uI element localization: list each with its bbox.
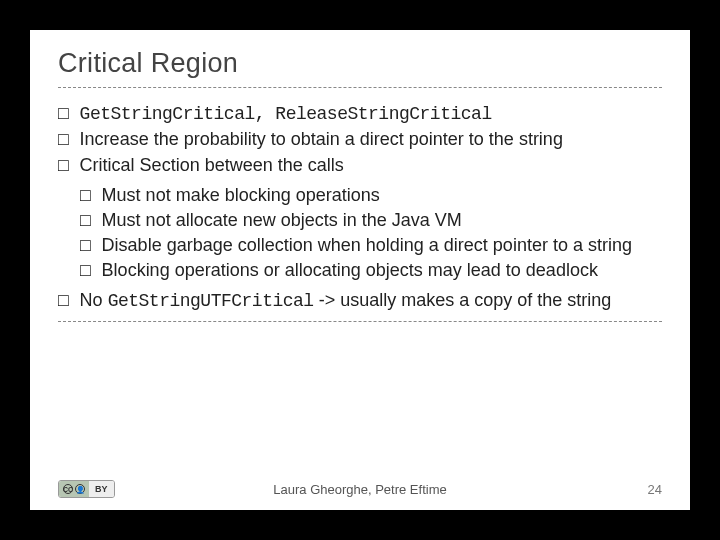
bullet-4-pre: No: [80, 290, 108, 310]
page-number: 24: [648, 482, 662, 497]
sub-bullet-3: Disable garbage collection when holding …: [80, 234, 662, 258]
footer-authors: Laura Gheorghe, Petre Eftime: [58, 482, 662, 497]
bullet-1-code: GetStringCritical, ReleaseStringCritical: [80, 104, 492, 124]
sub-bullet-4: Blocking operations or allocating object…: [80, 259, 662, 283]
bullet-2: Increase the probability to obtain a dir…: [58, 128, 662, 152]
footer: CC 👤 BY Laura Gheorghe, Petre Eftime 24: [58, 480, 662, 498]
sub-bullet-2: Must not allocate new objects in the Jav…: [80, 209, 662, 233]
bullet-4: No GetStringUTFCritical -> usually makes…: [58, 289, 662, 313]
sub-bullet-1: Must not make blocking operations: [80, 184, 662, 208]
slide-title: Critical Region: [58, 48, 662, 79]
bullet-4-code: GetStringUTFCritical: [108, 291, 314, 311]
bullet-4-post: -> usually makes a copy of the string: [314, 290, 612, 310]
slide: Critical Region GetStringCritical, Relea…: [30, 30, 690, 510]
divider-bottom: [58, 321, 662, 322]
divider-top: [58, 87, 662, 88]
sub-bullets: Must not make blocking operations Must n…: [80, 184, 662, 283]
bullet-1: GetStringCritical, ReleaseStringCritical: [58, 102, 662, 126]
slide-body: GetStringCritical, ReleaseStringCritical…: [58, 102, 662, 313]
bullet-3: Critical Section between the calls: [58, 154, 662, 178]
